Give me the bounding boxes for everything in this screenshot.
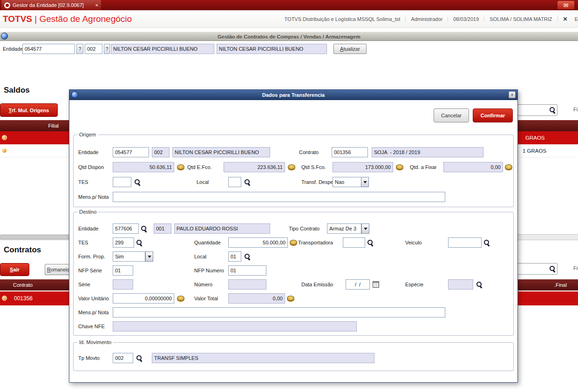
valor-total-label: Valor Total <box>194 293 218 304</box>
magnifier-icon[interactable] <box>244 253 251 260</box>
destino-legend: Destino <box>77 209 98 215</box>
header-close-icon[interactable]: ✕ <box>558 16 573 22</box>
veiculo-label: Veiculo <box>405 237 422 248</box>
filial-column-header: Filial <box>0 120 61 131</box>
tp-movto-input[interactable] <box>113 353 133 363</box>
entidade-code-input[interactable] <box>22 44 75 54</box>
destino-local-input[interactable] <box>228 251 241 262</box>
screen: Gestor da Entidade [02.9.0067] × ✉ TOTVS… <box>0 0 578 392</box>
sair-button[interactable]: Sair <box>0 263 29 276</box>
serie-label: Série <box>78 279 90 290</box>
destino-entidade-label: Entidade <box>78 223 98 234</box>
nfp-numero-input[interactable] <box>228 265 266 276</box>
magnifier-icon[interactable] <box>136 355 143 362</box>
data-emissao-label: Data Emissão <box>301 279 333 290</box>
dropdown-arrow-icon[interactable] <box>145 251 153 262</box>
coin-icon[interactable] <box>505 164 512 169</box>
tab-close-icon[interactable]: × <box>93 2 98 8</box>
nfp-serie-input[interactable] <box>113 265 133 276</box>
numero-label: Número <box>194 279 212 290</box>
header-info: TOTVS Distribuição e Logística MSSQL Sol… <box>279 10 578 28</box>
coin-icon[interactable] <box>177 164 184 169</box>
qtd-dispon-field <box>113 162 174 172</box>
dropdown-arrow-icon[interactable] <box>361 177 369 187</box>
search-icon[interactable] <box>549 107 556 114</box>
form-prop-label: Form. Prop. <box>78 251 105 262</box>
destino-mens-input[interactable] <box>113 307 445 318</box>
cancelar-button[interactable]: Cancelar <box>434 108 469 122</box>
dialog-title: Dados para Transferencia <box>69 90 517 100</box>
origem-contrato-input[interactable] <box>332 147 368 157</box>
origem-tes-input[interactable] <box>113 177 131 187</box>
dialog-close-icon[interactable]: x <box>509 91 516 98</box>
magnifier-icon[interactable] <box>483 239 490 246</box>
contrato-column-header: Contrato <box>13 279 33 291</box>
brand-product: Gestão de Agronegócio <box>40 14 132 24</box>
origem-entidade-input[interactable] <box>113 147 149 157</box>
function-bar-title: Gestão de Contratos de Compras / Vendas … <box>218 34 360 40</box>
origem-contrato-label: Contrato <box>299 147 319 157</box>
nfp-numero-label: NFP Numero <box>194 265 224 276</box>
user-label: Administrador <box>405 16 448 22</box>
store-help-button[interactable]: ? <box>104 44 110 54</box>
dropdown-arrow-icon[interactable] <box>361 223 369 234</box>
form-prop-combo[interactable] <box>113 251 145 262</box>
app-icon <box>4 2 10 8</box>
origem-contrato-desc-field <box>372 147 483 157</box>
filter-label: Fil <box>573 263 578 273</box>
calendar-icon[interactable] <box>373 281 379 288</box>
destino-tes-input[interactable] <box>113 237 134 248</box>
valor-unitario-label: Valor Unitário <box>78 293 109 304</box>
app-header: TOTVS | Gestão de Agronegócio TOTVS Dist… <box>0 10 578 28</box>
magnifier-icon[interactable] <box>134 179 141 186</box>
origem-mens-label: Mens.p/ Nota <box>78 192 109 202</box>
romaneio-button[interactable]: Romaneio <box>45 264 72 275</box>
especie-field <box>448 279 473 290</box>
origem-local-input[interactable] <box>228 177 241 187</box>
saldos-title: Saldos <box>4 86 30 95</box>
valor-unitario-input[interactable] <box>113 293 174 304</box>
quantidade-input[interactable] <box>228 237 288 248</box>
magnifier-icon[interactable] <box>141 225 147 232</box>
entidade-store-input[interactable] <box>85 44 102 54</box>
magnifier-icon[interactable] <box>244 179 251 186</box>
magnifier-icon[interactable] <box>476 281 483 288</box>
destino-local-label: Local <box>194 251 206 262</box>
coin-icon[interactable] <box>287 296 294 301</box>
qtd-efco-field <box>224 162 285 172</box>
valor-total-field <box>228 293 285 304</box>
transf-despesa-combo[interactable] <box>333 177 361 187</box>
coin-icon[interactable] <box>288 164 295 169</box>
destino-nome-field <box>174 223 270 234</box>
coin-icon[interactable] <box>290 240 297 245</box>
brand-name: TOTVS <box>3 14 32 24</box>
entidade-help-button[interactable]: ? <box>76 44 83 54</box>
origem-mens-input[interactable] <box>113 192 445 202</box>
magnifier-icon[interactable] <box>367 239 374 246</box>
app-tab-title: Gestor da Entidade [02.9.0067] <box>13 2 93 8</box>
taskbar: Gestor da Entidade [02.9.0067] × ✉ <box>0 0 578 10</box>
tipo-contrato-combo[interactable] <box>327 223 361 234</box>
row-status-icon <box>2 135 7 140</box>
row-status-icon <box>2 148 7 153</box>
coin-icon[interactable] <box>396 164 403 169</box>
atualizar-button[interactable]: Atualizar <box>333 44 367 54</box>
movimento-legend: Id. Movimento <box>77 339 113 345</box>
search-icon[interactable] <box>549 265 556 272</box>
scrollbar-thumb[interactable] <box>0 235 70 239</box>
qtd-efco-label: Qtd E.Fco. <box>187 162 212 172</box>
transportadora-input[interactable] <box>343 237 365 248</box>
data-emissao-input[interactable] <box>346 279 370 290</box>
destino-entidade-input[interactable] <box>113 223 139 234</box>
veiculo-input[interactable] <box>448 237 482 248</box>
qtd-sfco-field <box>333 162 393 172</box>
app-tab[interactable]: Gestor da Entidade [02.9.0067] × <box>1 0 101 10</box>
tipo-contrato-label: Tipo Contrato <box>289 223 320 234</box>
confirmar-button[interactable]: Confirmar <box>473 108 513 122</box>
coin-icon[interactable] <box>177 296 184 301</box>
magnifier-icon[interactable] <box>136 239 143 246</box>
mail-icon[interactable]: ✉ <box>558 1 574 9</box>
trf-mul-origens-button[interactable]: Trf. Mul. Origens <box>0 103 58 117</box>
chave-nfe-field <box>113 321 357 331</box>
qtd-dispon-label: Qtd Dispon <box>78 162 104 172</box>
